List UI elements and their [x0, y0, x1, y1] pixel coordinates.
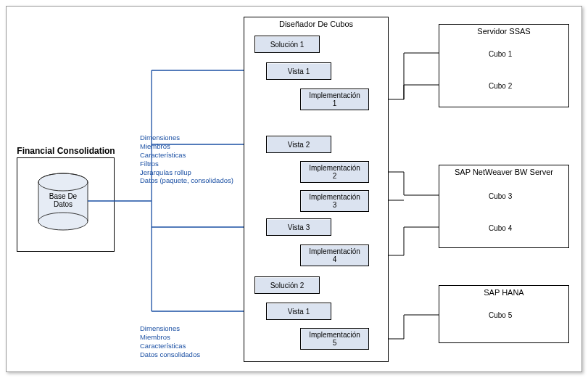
box-imp-3: Implementación3	[300, 190, 369, 212]
label-cubo-3: Cubo 3	[489, 192, 512, 200]
box-imp-4: Implementación4	[300, 245, 369, 266]
box-vista-2: Vista 2	[266, 136, 331, 153]
label-cubo-5: Cubo 5	[489, 311, 512, 319]
label-cubo-4: Cubo 4	[489, 224, 512, 232]
box-vista-1a: Vista 1	[266, 62, 331, 80]
box-imp-1: Implementación1	[300, 89, 369, 110]
box-vista-3: Vista 3	[266, 218, 331, 236]
ssas-panel: Servidor SSAS	[439, 24, 569, 107]
bw-title: SAP NetWeaver BW Server	[439, 168, 568, 176]
annotation-bottom: DimensionesMiembrosCaracterísticasDatos …	[140, 324, 249, 359]
box-imp-5: Implementación5	[300, 328, 369, 350]
box-vista-1b: Vista 1	[266, 303, 331, 320]
box-solucion-1: Solución 1	[254, 36, 320, 53]
box-solucion-2: Solución 2	[254, 276, 320, 294]
hana-title: SAP HANA	[439, 288, 568, 297]
label-cubo-2: Cubo 2	[489, 82, 512, 90]
label-cubo-1: Cubo 1	[489, 50, 512, 58]
ssas-title: Servidor SSAS	[439, 27, 568, 36]
bw-panel: SAP NetWeaver BW Server	[439, 165, 569, 248]
annotation-top: DimensionesMiembrosCaracterísticasFiltro…	[140, 133, 249, 185]
financial-consolidation-title: Financial Consolidation	[15, 146, 117, 156]
designer-title: Diseñador De Cubos	[244, 20, 388, 28]
diagram-frame: Financial Consolidation	[6, 6, 582, 372]
box-imp-2: Implementación2	[300, 161, 369, 183]
database-label: Base DeDatos	[41, 192, 85, 208]
